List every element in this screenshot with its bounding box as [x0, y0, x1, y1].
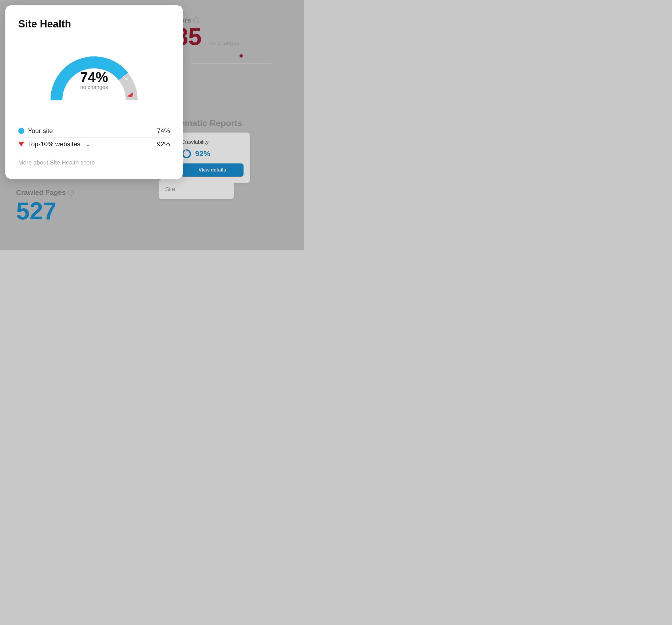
legend-left-top10: Top-10% websites ⌄ [18, 140, 90, 148]
more-about-link[interactable]: More about Site Health score [18, 159, 95, 167]
legend-left-your-site: Your site [18, 127, 53, 135]
modal-card: Site Health 74% no changes Your site 74% [5, 5, 183, 179]
legend-row-top10: Top-10% websites ⌄ 92% [18, 137, 170, 150]
top10-triangle-icon [18, 142, 24, 146]
top10-label: Top-10% websites [28, 140, 80, 148]
your-site-value: 74% [157, 127, 170, 135]
gauge-center-text: 74% no changes [80, 70, 108, 90]
gauge-percent-value: 74% [80, 70, 108, 84]
top10-chevron-icon: ⌄ [86, 141, 90, 147]
modal-title: Site Health [18, 18, 170, 30]
gauge-container: 74% no changes [18, 39, 170, 114]
gauge-subtitle: no changes [80, 84, 108, 90]
your-site-dot-icon [18, 128, 24, 134]
legend-section: Your site 74% Top-10% websites ⌄ 92% [18, 124, 170, 150]
legend-row-your-site: Your site 74% [18, 124, 170, 137]
top10-value: 92% [157, 140, 170, 148]
your-site-label: Your site [28, 127, 53, 135]
